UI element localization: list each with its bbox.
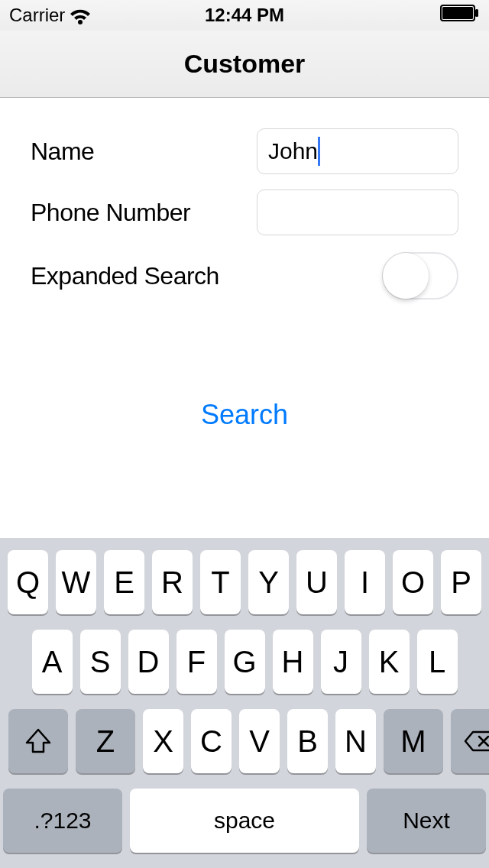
carrier-label: Carrier xyxy=(9,5,65,26)
shift-icon xyxy=(24,727,53,755)
key-x[interactable]: X xyxy=(143,709,183,773)
wifi-icon xyxy=(70,8,91,23)
backspace-key[interactable] xyxy=(451,709,489,773)
nav-bar: Customer xyxy=(0,31,489,98)
status-left: Carrier xyxy=(9,5,91,26)
key-p[interactable]: P xyxy=(441,550,481,614)
battery-icon xyxy=(440,5,480,26)
key-k[interactable]: K xyxy=(369,630,410,694)
numbers-key[interactable]: .?123 xyxy=(3,789,122,853)
kb-row-1: QWERTYUIOP xyxy=(5,550,484,614)
key-n[interactable]: N xyxy=(335,709,376,773)
key-j[interactable]: J xyxy=(321,630,361,694)
status-time: 12:44 PM xyxy=(205,5,284,26)
key-y[interactable]: Y xyxy=(248,550,289,614)
space-key[interactable]: space xyxy=(130,789,359,853)
key-i[interactable]: I xyxy=(345,550,385,614)
kb-row-3: ZXCVBNM xyxy=(5,709,484,773)
key-w[interactable]: W xyxy=(56,550,96,614)
page-title: Customer xyxy=(184,49,306,79)
name-row: Name xyxy=(31,128,458,174)
key-c[interactable]: C xyxy=(191,709,232,773)
key-t[interactable]: T xyxy=(200,550,241,614)
status-bar: Carrier 12:44 PM xyxy=(0,0,489,31)
svg-rect-3 xyxy=(475,9,478,17)
key-a[interactable]: A xyxy=(32,630,73,694)
next-key[interactable]: Next xyxy=(367,789,486,853)
name-input[interactable] xyxy=(257,128,458,174)
search-button[interactable]: Search xyxy=(201,399,288,431)
key-s[interactable]: S xyxy=(80,630,121,694)
svg-point-0 xyxy=(78,20,83,24)
kb-row-4: .?123 space Next xyxy=(5,789,484,853)
key-z[interactable]: Z xyxy=(76,709,135,773)
key-o[interactable]: O xyxy=(393,550,433,614)
key-f[interactable]: F xyxy=(176,630,217,694)
expanded-search-toggle[interactable] xyxy=(382,252,458,300)
key-b[interactable]: B xyxy=(287,709,328,773)
key-g[interactable]: G xyxy=(225,630,265,694)
expanded-row: Expanded Search xyxy=(31,252,458,300)
key-r[interactable]: R xyxy=(152,550,193,614)
search-row: Search xyxy=(31,399,458,431)
kb-row-2: ASDFGHJKL xyxy=(5,630,484,694)
toggle-knob xyxy=(383,253,429,299)
phone-label: Phone Number xyxy=(31,199,257,227)
svg-rect-2 xyxy=(442,7,473,19)
keyboard: QWERTYUIOP ASDFGHJKL ZXCVBNM .?123 space… xyxy=(0,538,489,868)
key-d[interactable]: D xyxy=(128,630,169,694)
key-e[interactable]: E xyxy=(104,550,144,614)
key-h[interactable]: H xyxy=(273,630,313,694)
phone-input[interactable] xyxy=(257,189,458,235)
key-m[interactable]: M xyxy=(384,709,443,773)
form-container: Name Phone Number Expanded Search Search xyxy=(0,98,489,431)
phone-row: Phone Number xyxy=(31,189,458,235)
backspace-icon xyxy=(464,729,489,753)
key-u[interactable]: U xyxy=(296,550,337,614)
key-q[interactable]: Q xyxy=(8,550,48,614)
key-l[interactable]: L xyxy=(417,630,458,694)
name-label: Name xyxy=(31,138,257,166)
shift-key[interactable] xyxy=(8,709,68,773)
expanded-label: Expanded Search xyxy=(31,262,382,290)
key-v[interactable]: V xyxy=(239,709,280,773)
